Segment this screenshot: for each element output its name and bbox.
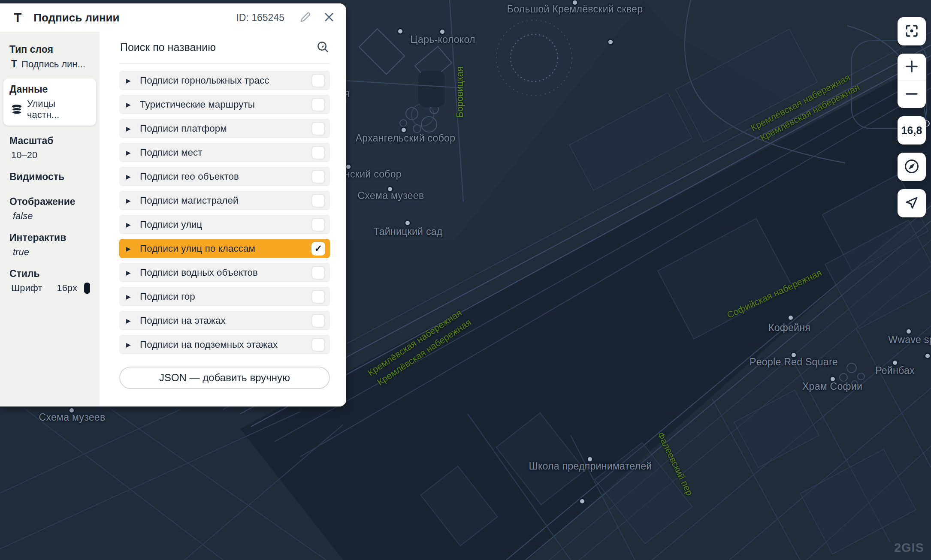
layer-group-row[interactable]: ▶Подписи улиц по классам✓ <box>119 239 330 258</box>
expand-arrow-icon[interactable]: ▶ <box>126 293 140 300</box>
sidebar-section-interactive[interactable]: Интерактивtrue <box>3 230 96 259</box>
map-poi-label: Царь-колокол <box>410 34 475 45</box>
layer-group-checkbox[interactable] <box>311 170 325 184</box>
expand-arrow-icon[interactable]: ▶ <box>126 269 140 276</box>
plus-icon <box>903 58 920 76</box>
minus-icon <box>903 85 920 104</box>
layer-group-checkbox[interactable] <box>311 74 325 87</box>
map-poi-label: Школа предпринимателей <box>529 461 652 472</box>
search-row <box>119 32 330 63</box>
map-poi-dot[interactable] <box>787 314 794 321</box>
sidebar-section-scale[interactable]: Масштаб10–20 <box>3 133 96 163</box>
layer-group-checkbox[interactable] <box>311 338 325 352</box>
layer-group-checkbox[interactable] <box>311 218 325 232</box>
locate-button[interactable] <box>898 189 926 217</box>
layer-group-row[interactable]: ▶Подписи гор <box>119 287 330 306</box>
sidebar-section-value: 10–20 <box>9 150 90 161</box>
layer-group-row[interactable]: ▶Подписи на подземных этажах <box>119 335 330 354</box>
zoom-out-button[interactable] <box>898 81 926 108</box>
layer-group-row[interactable]: ▶Подписи водных объектов <box>119 263 330 282</box>
2gis-logo: 2GIS <box>894 541 924 555</box>
sidebar-section-title: Отображение <box>9 196 90 208</box>
layer-group-row[interactable]: ▶Подписи улиц <box>119 215 330 234</box>
expand-target-icon <box>903 22 920 41</box>
layer-group-checkbox[interactable] <box>311 146 325 160</box>
zoom-level-indicator[interactable]: 16,8 <box>898 116 926 145</box>
sidebar-section-visibility[interactable]: Видимость <box>3 169 96 187</box>
layer-groups-list: ▶Подписи горнолыжных трасс▶Туристические… <box>119 71 330 354</box>
expand-arrow-icon[interactable]: ▶ <box>126 173 140 180</box>
expand-arrow-icon[interactable]: ▶ <box>126 149 140 156</box>
layer-group-label: Туристические маршруты <box>140 99 311 110</box>
map-poi-label: Большой Кремлёвский сквер <box>507 3 643 15</box>
expand-arrow-icon[interactable]: ▶ <box>126 245 140 252</box>
map-poi-label: People Red Square <box>750 356 838 368</box>
expand-arrow-icon[interactable]: ▶ <box>126 77 140 84</box>
zoom-in-button[interactable] <box>898 54 926 81</box>
map-poi-label: Схема музеев <box>39 412 106 423</box>
expand-arrow-icon[interactable]: ▶ <box>126 101 140 108</box>
pencil-icon <box>299 11 312 25</box>
expand-arrow-icon[interactable]: ▶ <box>126 317 140 324</box>
layer-group-label: Подписи магистралей <box>140 195 311 206</box>
search-input[interactable] <box>119 41 315 54</box>
panel-title: Подпись линии <box>33 11 236 24</box>
layer-group-row[interactable]: ▶Подписи платформ <box>119 119 330 138</box>
expand-arrow-icon[interactable]: ▶ <box>126 341 140 348</box>
layer-group-row[interactable]: ▶Туристические маршруты <box>119 95 330 114</box>
layers-icon <box>11 104 23 115</box>
layer-group-label: Подписи улиц по классам <box>140 243 311 254</box>
layer-group-checkbox[interactable] <box>311 314 325 328</box>
layer-group-checkbox[interactable] <box>311 98 325 111</box>
layer-group-label: Подписи на этажах <box>140 315 311 326</box>
sidebar-section-data[interactable]: ДанныеУлицы частн... <box>3 78 96 126</box>
sidebar-value-text: false <box>13 211 33 222</box>
sidebar-section-title: Интерактив <box>9 232 90 244</box>
sidebar-sections: Тип слояTПодпись лин...ДанныеУлицы частн… <box>0 32 100 406</box>
map-poi-dot[interactable] <box>924 352 931 359</box>
map-street-label: Боровицкая <box>455 66 466 117</box>
panel-content: ▶Подписи горнолыжных трасс▶Туристические… <box>100 32 346 406</box>
layer-group-checkbox[interactable] <box>311 290 325 304</box>
expand-arrow-icon[interactable]: ▶ <box>126 125 140 132</box>
layer-group-label: Подписи водных объектов <box>140 267 311 278</box>
expand-arrow-icon[interactable]: ▶ <box>126 221 140 228</box>
json-add-manually-button[interactable]: JSON — добавить вручную <box>119 367 330 389</box>
close-icon <box>323 11 335 24</box>
layer-group-row[interactable]: ▶Подписи горнолыжных трасс <box>119 71 330 90</box>
layer-group-row[interactable]: ▶Подписи магистралей <box>119 191 330 210</box>
sidebar-value-text: true <box>13 247 29 258</box>
map-poi-label: Тайницкий сад <box>373 226 442 238</box>
map-poi-dot[interactable] <box>397 28 404 35</box>
layer-group-label: Подписи платформ <box>140 123 311 134</box>
font-size-value: 16px <box>57 283 77 294</box>
layer-group-checkbox[interactable] <box>311 194 325 208</box>
sidebar-value-text: Улицы частн... <box>27 98 90 120</box>
map-poi-dot[interactable] <box>607 39 614 45</box>
sidebar-section-style[interactable]: СтильШрифт16px <box>3 266 96 295</box>
layer-group-row[interactable]: ▶Подписи мест <box>119 143 330 162</box>
fullscreen-button[interactable] <box>898 17 926 45</box>
layer-group-checkbox[interactable] <box>311 122 325 135</box>
layer-group-row[interactable]: ▶Подписи гео объектов <box>119 167 330 186</box>
expand-arrow-icon[interactable]: ▶ <box>126 197 140 204</box>
zoom-level-value: 16,8 <box>901 124 922 137</box>
layer-group-label: Подписи гео объектов <box>140 171 311 182</box>
layer-group-label: Подписи на подземных этажах <box>140 339 311 350</box>
font-color-swatch[interactable] <box>84 283 90 294</box>
layer-group-checkbox[interactable]: ✓ <box>311 242 325 256</box>
compass-button[interactable] <box>898 153 926 181</box>
map-poi-dot[interactable] <box>579 498 586 505</box>
layer-editor-panel: T Подпись линии ID: 165245 Тип слояTПодп… <box>0 3 346 406</box>
layer-group-checkbox[interactable] <box>311 266 325 280</box>
map-poi-label: Храм Софии <box>802 381 862 392</box>
divider <box>119 63 330 63</box>
layer-group-label: Подписи гор <box>140 291 311 302</box>
sidebar-section-layer-type[interactable]: Тип слояTПодпись лин... <box>3 42 96 72</box>
layer-group-row[interactable]: ▶Подписи на этажах <box>119 311 330 330</box>
close-button[interactable] <box>323 11 335 24</box>
edit-button[interactable] <box>299 11 312 25</box>
search-icon[interactable] <box>315 39 330 56</box>
sidebar-section-display[interactable]: Отображениеfalse <box>3 194 96 223</box>
panel-body: Тип слояTПодпись лин...ДанныеУлицы частн… <box>0 32 346 406</box>
